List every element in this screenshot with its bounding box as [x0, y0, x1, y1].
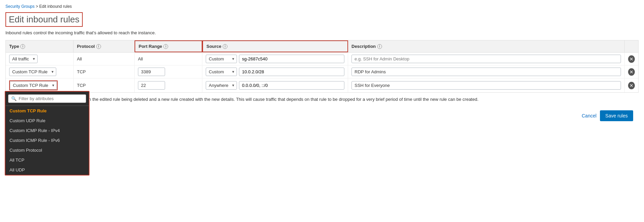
row3-description-input[interactable] — [351, 81, 621, 90]
row2-type-select-wrapper: Custom TCP Rule ▼ — [9, 68, 56, 76]
dropdown-item-all-tcp[interactable]: All TCP — [5, 155, 89, 165]
row2-delete-button[interactable]: ✕ — [628, 68, 635, 76]
row2-source-type-select[interactable]: Custom Anywhere — [206, 68, 237, 76]
row3-port-input[interactable] — [138, 81, 165, 90]
row2-source-cell: Custom Anywhere ▼ — [202, 66, 348, 78]
page-title-box: Edit inbound rules — [5, 12, 83, 27]
row1-protocol-value: All — [77, 56, 82, 61]
header-source: Source i — [202, 40, 348, 52]
dropdown-item-custom-udp[interactable]: Custom UDP Rule — [5, 116, 89, 126]
dropdown-item-all-udp[interactable]: All UDP — [5, 165, 89, 175]
row1-port-value: All — [138, 56, 143, 61]
row3-type-select-wrapper: Custom TCP Rule ▼ — [9, 80, 58, 90]
row2-port-cell — [135, 66, 202, 78]
row2-source-inner: Custom Anywhere ▼ — [206, 68, 344, 76]
row2-protocol-value: TCP — [77, 69, 86, 74]
page-container: Security Groups > Edit inbound rules Edi… — [0, 0, 644, 222]
row3-source-inner: Custom Anywhere ▼ — [206, 81, 344, 90]
row1-description-cell — [348, 53, 625, 65]
save-rules-button[interactable]: Save rules — [600, 110, 633, 121]
table-row: Custom TCP Rule ▼ TCP Custom Anywhere — [6, 66, 638, 78]
dropdown-search-section: 🔍 — [5, 92, 89, 106]
row3-source-value-input[interactable] — [239, 81, 344, 90]
search-icon: 🔍 — [11, 96, 17, 101]
breadcrumb-separator: > — [36, 4, 38, 9]
header-protocol: Protocol i — [74, 40, 135, 52]
footer-buttons: Cancel Save rules — [5, 106, 639, 125]
dropdown-items-list: Custom TCP Rule Custom UDP Rule Custom I… — [5, 106, 89, 175]
protocol-info-icon[interactable]: i — [96, 44, 101, 49]
table-row: All traffic ▼ All All Custom Anywhere — [6, 53, 638, 66]
dropdown-search-inner: 🔍 — [8, 94, 86, 103]
dropdown-search-input[interactable] — [19, 96, 83, 101]
header-type: Type i — [6, 40, 74, 52]
source-info-icon[interactable]: i — [223, 44, 227, 49]
row1-type-select[interactable]: All traffic — [9, 55, 38, 63]
header-actions — [625, 40, 638, 52]
notice-section: Note: Modifying inbound rules will resul… — [5, 93, 639, 106]
row3-source-type-select[interactable]: Custom Anywhere — [206, 81, 237, 90]
row3-source-select-wrapper: Custom Anywhere ▼ — [206, 81, 237, 90]
breadcrumb: Security Groups > Edit inbound rules — [5, 4, 639, 9]
breadcrumb-link[interactable]: Security Groups — [5, 4, 35, 9]
row1-source-type-select[interactable]: Custom Anywhere — [206, 55, 237, 63]
row3-protocol-cell: TCP — [74, 78, 135, 92]
row2-type-select[interactable]: Custom TCP Rule — [9, 68, 56, 76]
row1-source-inner: Custom Anywhere ▼ — [206, 55, 344, 63]
row1-description-input[interactable] — [351, 55, 621, 63]
row1-source-cell: Custom Anywhere ▼ — [202, 53, 348, 65]
row3-description-cell — [348, 78, 625, 92]
row2-port-input[interactable] — [138, 68, 165, 76]
cancel-button[interactable]: Cancel — [582, 113, 597, 118]
row3-type-select[interactable]: Custom TCP Rule — [10, 81, 57, 90]
breadcrumb-current: Edit inbound rules — [39, 4, 72, 9]
row1-source-select-wrapper: Custom Anywhere ▼ — [206, 55, 237, 63]
row3-source-cell: Custom Anywhere ▼ — [202, 78, 348, 92]
row1-type-select-wrapper: All traffic ▼ — [9, 55, 38, 63]
type-info-icon[interactable]: i — [20, 44, 25, 49]
dropdown-item-custom-icmp-ipv4[interactable]: Custom ICMP Rule - IPv4 — [5, 126, 89, 135]
description-info-icon[interactable]: i — [377, 44, 382, 49]
row1-action-cell: ✕ — [625, 53, 638, 65]
row1-protocol-cell: All — [74, 53, 135, 65]
row1-delete-button[interactable]: ✕ — [628, 55, 635, 63]
row2-source-select-wrapper: Custom Anywhere ▼ — [206, 68, 237, 76]
row2-type-cell: Custom TCP Rule ▼ — [6, 66, 74, 78]
row3-port-cell — [135, 78, 202, 92]
dropdown-item-custom-tcp[interactable]: Custom TCP Rule — [5, 106, 89, 116]
header-description: Description i — [348, 40, 625, 52]
row3-delete-button[interactable]: ✕ — [628, 82, 635, 89]
dropdown-item-custom-icmp-ipv6[interactable]: Custom ICMP Rule - IPv6 — [5, 135, 89, 145]
table-header-row: Type i Protocol i Port Range i Source i … — [6, 40, 638, 53]
row2-source-value-input[interactable] — [239, 68, 344, 76]
row2-action-cell: ✕ — [625, 66, 638, 78]
row3-action-cell: ✕ — [625, 78, 638, 92]
row1-port-cell: All — [135, 53, 202, 65]
row1-source-value-input[interactable] — [239, 55, 344, 63]
page-title: Edit inbound rules — [9, 14, 79, 25]
port-range-info-icon[interactable]: i — [163, 44, 168, 49]
row3-type-cell: Custom TCP Rule ▼ — [6, 78, 74, 92]
type-dropdown-popup: 🔍 Custom TCP Rule Custom UDP Rule Custom… — [5, 91, 89, 175]
page-description: Inbound rules control the incoming traff… — [5, 30, 639, 35]
row2-protocol-cell: TCP — [74, 66, 135, 78]
header-port-range: Port Range i — [135, 40, 202, 52]
row1-type-cell: All traffic ▼ — [6, 53, 74, 65]
rules-table: Type i Protocol i Port Range i Source i … — [5, 40, 639, 93]
row3-protocol-value: TCP — [77, 83, 86, 88]
dropdown-item-custom-protocol[interactable]: Custom Protocol — [5, 145, 89, 155]
table-row: Custom TCP Rule ▼ TCP Custom Anywhere — [6, 78, 638, 92]
row2-description-cell — [348, 66, 625, 78]
row2-description-input[interactable] — [351, 68, 621, 76]
